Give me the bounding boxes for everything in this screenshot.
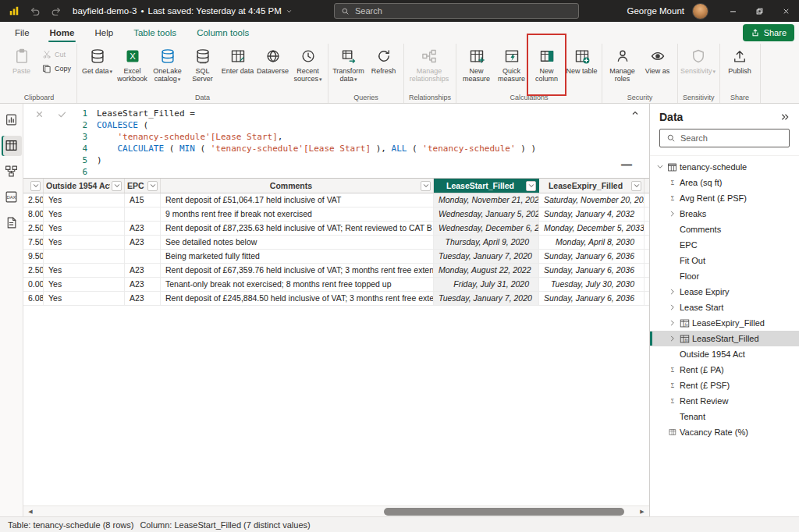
tree-item-area-sq-ft[interactable]: ΣArea (sq ft): [650, 175, 799, 190]
cell[interactable]: Tuesday, January 7, 2020: [434, 250, 539, 263]
filter-icon[interactable]: [147, 181, 158, 191]
filter-icon[interactable]: [421, 181, 431, 191]
tab-table-tools[interactable]: Table tools: [123, 22, 186, 44]
filter-icon[interactable]: [526, 181, 536, 191]
tree-item-breaks[interactable]: Breaks: [650, 206, 799, 222]
ribbon-button-paste[interactable]: Paste: [4, 44, 39, 75]
cell[interactable]: Yes: [44, 264, 125, 277]
dax-formula-editor[interactable]: 1LeaseStart_Filled = 2COALESCE (3 'tenan…: [78, 108, 536, 178]
cell[interactable]: [44, 250, 125, 263]
cell[interactable]: [125, 207, 161, 221]
cell[interactable]: Wednesday, January 5, 2022: [434, 207, 539, 221]
column-header-comments[interactable]: Comments: [161, 179, 434, 193]
scroll-track[interactable]: [37, 508, 636, 516]
tree-item-rent-pa[interactable]: ΣRent (£ PA): [650, 362, 799, 378]
tree-item-tenant[interactable]: Tenant: [650, 409, 799, 424]
cell[interactable]: 6.08: [23, 292, 44, 305]
tree-item-lease-expiry[interactable]: Lease Expiry: [650, 284, 799, 300]
cell[interactable]: Rent deposit of £51,064.17 held inclusiv…: [161, 193, 434, 207]
ribbon-button-manage-roles[interactable]: Manage roles: [605, 44, 640, 83]
share-button[interactable]: Share: [743, 24, 794, 41]
chevron-right-icon[interactable]: [669, 335, 680, 342]
cell[interactable]: Monday, December 5, 2033: [539, 222, 645, 235]
cell[interactable]: Saturday, November 20, 2027: [539, 193, 645, 207]
tree-item-floor[interactable]: Floor: [650, 268, 799, 284]
tree-item-lease-start[interactable]: Lease Start: [650, 300, 799, 315]
tree-item-leasestart-filled[interactable]: fxLeaseStart_Filled: [650, 331, 799, 346]
cell[interactable]: 7.50: [23, 236, 44, 249]
ribbon-button-enter-data[interactable]: Enter data: [220, 44, 255, 75]
chevron-right-icon[interactable]: [669, 210, 680, 218]
ribbon-button-get-data[interactable]: Get data▾: [80, 44, 115, 76]
report-view[interactable]: [2, 110, 22, 130]
column-header-outside-1954-act[interactable]: Outside 1954 Act: [44, 179, 125, 193]
ribbon-button-new-measure[interactable]: New measure: [459, 44, 494, 83]
ribbon-button-quick-measure[interactable]: Quick measure: [494, 44, 529, 83]
cell[interactable]: A23: [125, 264, 161, 277]
cell[interactable]: 9.50: [23, 250, 44, 263]
ribbon-button-new-table[interactable]: New table: [564, 44, 599, 75]
cell[interactable]: 8.00: [23, 207, 44, 221]
cell[interactable]: Thursday, April 9, 2020: [434, 236, 539, 249]
cell[interactable]: 0.00: [23, 278, 44, 291]
ribbon-button-view-as[interactable]: View as: [640, 44, 675, 75]
scroll-thumb[interactable]: [384, 508, 623, 516]
collapse-pane-icon[interactable]: [780, 112, 790, 122]
ribbon-button-dataverse[interactable]: Dataverse: [255, 44, 290, 75]
undo-icon[interactable]: [26, 2, 44, 20]
tree-item-vacancy-rate[interactable]: Vacancy Rate (%): [650, 424, 799, 440]
cell[interactable]: Rent deposit of £245,884.50 held inclusi…: [161, 292, 434, 305]
redo-icon[interactable]: [47, 2, 66, 20]
cell[interactable]: Yes: [44, 207, 125, 221]
pane-search-input[interactable]: [680, 133, 783, 143]
ribbon-button-onelake-catalog[interactable]: OneLake catalog▾: [150, 44, 185, 83]
column-header-leaseexpiry-filled[interactable]: LeaseExpiry_Filled: [539, 179, 645, 193]
ribbon-button-publish[interactable]: Publish: [723, 44, 758, 75]
ribbon-button-refresh[interactable]: Refresh: [366, 44, 401, 75]
tree-item-leaseexpiry-filled[interactable]: fxLeaseExpiry_Filled: [650, 315, 799, 331]
close-button[interactable]: [772, 0, 799, 22]
ribbon-button-sql-server[interactable]: SQL Server: [185, 44, 220, 83]
tree-item-rent-review[interactable]: ΣRent Review: [650, 393, 799, 409]
cancel-icon[interactable]: [34, 109, 44, 178]
tree-item-comments[interactable]: Comments: [650, 222, 799, 237]
global-search-input[interactable]: [355, 6, 572, 16]
filter-icon[interactable]: [30, 181, 41, 191]
collapse-formula-icon[interactable]: [630, 108, 640, 119]
cell[interactable]: Sunday, January 6, 2036: [539, 292, 645, 305]
scroll-right-icon[interactable]: ▶: [637, 506, 647, 517]
cell[interactable]: Monday, August 22, 2022: [434, 264, 539, 277]
cell[interactable]: Tuesday, July 30, 2030: [539, 278, 645, 291]
cell[interactable]: Yes: [44, 278, 125, 291]
cell[interactable]: Monday, April 8, 2030: [539, 236, 645, 249]
tree-item-tenancy-schedule[interactable]: tenancy-schedule: [650, 159, 799, 175]
column-header-epc[interactable]: EPC: [125, 179, 161, 193]
global-search[interactable]: [334, 3, 579, 19]
cell[interactable]: Tuesday, January 7, 2020: [434, 292, 539, 305]
cell[interactable]: Rent deposit of £87,235.63 held inclusiv…: [161, 222, 434, 235]
chevron-right-icon[interactable]: [669, 303, 680, 311]
cell[interactable]: Friday, July 31, 2020: [434, 278, 539, 291]
minimize-button[interactable]: [719, 0, 746, 22]
tab-file[interactable]: File: [5, 22, 40, 44]
cell[interactable]: See detailed notes below: [161, 236, 434, 249]
document-title-menu[interactable]: bayfield-demo-3 • Last saved: Yesterday …: [73, 6, 293, 16]
cell[interactable]: Yes: [44, 222, 125, 235]
tree-item-avg-rent-psf[interactable]: ΣAvg Rent (£ PSF): [650, 190, 799, 206]
cell[interactable]: Yes: [44, 193, 125, 207]
cell[interactable]: A23: [125, 292, 161, 305]
chevron-right-icon[interactable]: [669, 288, 680, 296]
cell[interactable]: Sunday, January 6, 2036: [539, 250, 645, 263]
ribbon-button-excel-workbook[interactable]: XExcel workbook: [115, 44, 150, 83]
restore-button[interactable]: [746, 0, 772, 22]
cell[interactable]: Being marketed fully fitted: [161, 250, 434, 263]
cell[interactable]: Wednesday, December 6, 2023: [434, 222, 539, 235]
cell[interactable]: Tenant-only break not exercised; 8 month…: [161, 278, 434, 291]
ribbon-button-new-column[interactable]: New column: [529, 44, 564, 83]
ribbon-button-copy[interactable]: Copy: [39, 63, 74, 74]
tree-item-rent-psf[interactable]: ΣRent (£ PSF): [650, 378, 799, 393]
cell[interactable]: 9 months rent free if break not exercise…: [161, 207, 434, 221]
dax-query-view[interactable]: DAX: [2, 187, 22, 207]
cell[interactable]: Rent deposit of £67,359.76 held inclusiv…: [161, 264, 434, 277]
formula-resize-handle[interactable]: —: [621, 161, 632, 168]
